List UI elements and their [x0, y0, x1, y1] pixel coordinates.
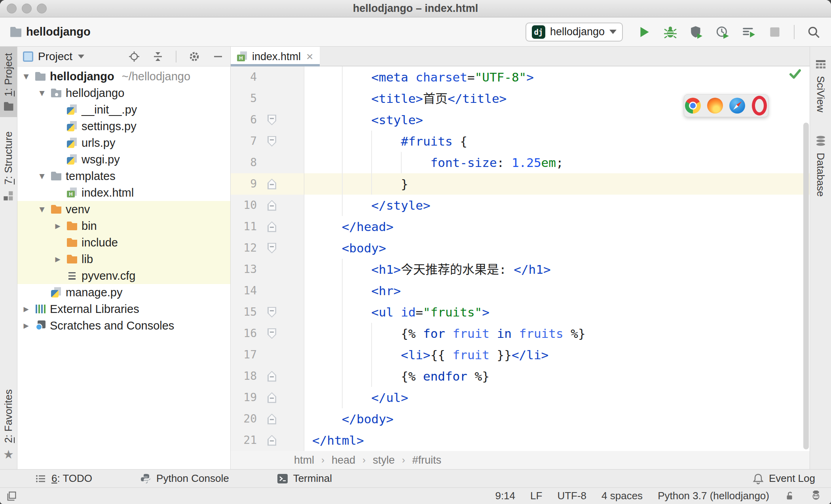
tab-index-html[interactable]: index.html × — [231, 47, 320, 66]
expand-arrow-icon[interactable]: ▼ — [37, 172, 47, 180]
code-line-15[interactable]: 15 <ul id="fruits"> — [231, 301, 810, 323]
code-line-11[interactable]: 11 </head> — [231, 216, 810, 237]
file-encoding[interactable]: UTF-8 — [557, 490, 586, 502]
code-line-content[interactable]: </style> — [304, 195, 810, 216]
breadcrumb-fruits[interactable]: #fruits — [412, 454, 442, 466]
breadcrumb-style[interactable]: style — [373, 454, 395, 466]
tree-item-urls-py[interactable]: ▼urls.py — [17, 135, 230, 151]
safari-icon[interactable] — [729, 98, 745, 114]
tree-item--init-py[interactable]: ▼__init__.py — [17, 101, 230, 118]
code-line-20[interactable]: 20 </body> — [231, 408, 810, 430]
tree-item-lib[interactable]: ▶lib — [17, 251, 230, 267]
toolwindow-tab-favorites[interactable]: 2: Favorites ★ — [0, 383, 17, 467]
code-line-content[interactable]: <hr> — [304, 280, 810, 301]
code-line-16[interactable]: 16 {% for fruit in fruits %} — [231, 323, 810, 344]
tree-item-bin[interactable]: ▶bin — [17, 218, 230, 234]
tree-item-scratches-and-consoles[interactable]: ▶Scratches and Consoles — [17, 317, 230, 334]
code-line-14[interactable]: 14 <hr> — [231, 280, 810, 301]
tree-item-hellodjango[interactable]: ▼hellodjango — [17, 85, 230, 101]
fold-region-start-icon[interactable] — [268, 307, 276, 318]
code-line-content[interactable]: </ul> — [304, 387, 810, 408]
tree-item-settings-py[interactable]: ▼settings.py — [17, 118, 230, 135]
code-line-content[interactable]: <li>{{ fruit }}</li> — [304, 344, 810, 366]
hide-panel-icon[interactable] — [212, 51, 224, 63]
fold-region-end-icon[interactable] — [268, 392, 276, 403]
fold-region-end-icon[interactable] — [268, 200, 276, 211]
run-configuration-select[interactable]: dj hellodjango — [526, 23, 623, 42]
highlighting-level-icon[interactable] — [810, 491, 822, 502]
toolwindow-tab-python-console[interactable]: Python Console — [140, 472, 229, 485]
breadcrumb-head[interactable]: head — [332, 454, 355, 466]
locate-file-icon[interactable] — [128, 51, 140, 63]
project-panel-title[interactable]: Project — [38, 50, 72, 63]
fold-region-end-icon[interactable] — [268, 371, 276, 382]
expand-arrow-icon[interactable]: ▶ — [21, 305, 31, 313]
code-line-content[interactable]: } — [304, 173, 810, 195]
run-with-coverage-button[interactable] — [689, 25, 704, 39]
code-line-content[interactable]: <body> — [304, 237, 810, 259]
code-line-19[interactable]: 19 </ul> — [231, 387, 810, 408]
code-line-content[interactable]: <ul id="fruits"> — [304, 301, 810, 323]
indent-setting[interactable]: 4 spaces — [601, 490, 643, 502]
tree-item-templates[interactable]: ▼templates — [17, 168, 230, 184]
code-line-8[interactable]: 8 font-size: 1.25em; — [231, 152, 810, 173]
expand-arrow-icon[interactable]: ▼ — [37, 205, 47, 213]
editor-scrollbar[interactable] — [803, 123, 809, 449]
toolwindow-tab-todo[interactable]: 6: TODO — [35, 472, 92, 485]
fold-region-start-icon[interactable] — [268, 328, 276, 339]
fold-region-end-icon[interactable] — [268, 435, 276, 446]
toolwindow-tab-project[interactable]: 1: Project — [0, 47, 17, 117]
tree-item-pyvenv-cfg[interactable]: ▼pyvenv.cfg — [17, 267, 230, 284]
search-everywhere-icon[interactable] — [806, 25, 821, 39]
toolwindow-tab-terminal[interactable]: Terminal — [277, 472, 332, 485]
toolwindow-tab-sciview[interactable]: SciView — [810, 52, 831, 119]
stop-button[interactable] — [768, 25, 782, 39]
line-separator[interactable]: LF — [530, 490, 542, 502]
expand-arrow-icon[interactable]: ▶ — [21, 322, 31, 330]
caret-position[interactable]: 9:14 — [495, 490, 515, 502]
tree-item-venv[interactable]: ▼venv — [17, 201, 230, 218]
expand-arrow-icon[interactable]: ▼ — [21, 72, 31, 80]
code-line-content[interactable]: #fruits { — [304, 131, 810, 152]
code-line-21[interactable]: 21</html> — [231, 430, 810, 451]
code-line-18[interactable]: 18 {% endfor %} — [231, 366, 810, 387]
fold-region-end-icon[interactable] — [268, 414, 276, 424]
tree-item-manage-py[interactable]: ▼manage.py — [17, 284, 230, 301]
code-line-content[interactable]: {% for fruit in fruits %} — [304, 323, 810, 344]
fold-region-start-icon[interactable] — [268, 136, 276, 147]
tree-item-index-html[interactable]: ▼index.html — [17, 184, 230, 201]
code-line-7[interactable]: 7 #fruits { — [231, 131, 810, 152]
code-line-13[interactable]: 13 <h1>今天推荐的水果是: </h1> — [231, 259, 810, 280]
chrome-icon[interactable] — [685, 98, 701, 114]
tree-item-hellodjango[interactable]: ▼hellodjango~/hellodjango — [17, 68, 230, 85]
firefox-icon[interactable] — [707, 98, 723, 114]
gear-icon[interactable] — [188, 51, 200, 63]
breadcrumb-html[interactable]: html — [294, 454, 314, 466]
code-line-9[interactable]: 9 } — [231, 173, 810, 195]
breadcrumb[interactable]: hellodjango — [10, 25, 91, 38]
code-line-content[interactable]: font-size: 1.25em; — [304, 152, 810, 173]
run-concurrency-button[interactable] — [742, 25, 756, 39]
code-line-4[interactable]: 4 <meta charset="UTF-8"> — [231, 66, 810, 88]
tree-item-wsgi-py[interactable]: ▼wsgi.py — [17, 151, 230, 168]
profiler-button[interactable] — [715, 25, 730, 39]
inspections-ok-icon[interactable] — [789, 68, 801, 80]
code-line-content[interactable]: </html> — [304, 430, 810, 451]
toolwindow-quick-access-icon[interactable] — [6, 491, 17, 502]
fold-region-start-icon[interactable] — [268, 115, 276, 125]
chevron-down-icon[interactable] — [78, 55, 84, 59]
close-tab-icon[interactable]: × — [306, 51, 313, 63]
tree-item-external-libraries[interactable]: ▶External Libraries — [17, 301, 230, 317]
code-line-content[interactable]: <meta charset="UTF-8"> — [304, 66, 810, 88]
code-line-content[interactable]: <h1>今天推荐的水果是: </h1> — [304, 259, 810, 280]
run-button[interactable] — [637, 25, 651, 39]
fold-region-end-icon[interactable] — [268, 222, 276, 232]
expand-arrow-icon[interactable]: ▶ — [53, 222, 63, 230]
event-log-button[interactable]: Event Log — [752, 472, 815, 485]
expand-arrow-icon[interactable]: ▶ — [53, 255, 63, 263]
fold-region-start-icon[interactable] — [268, 243, 276, 254]
toolwindow-tab-structure[interactable]: 7: Structure — [0, 125, 17, 208]
opera-icon[interactable] — [751, 98, 767, 114]
toolwindow-tab-database[interactable]: Database — [810, 129, 831, 203]
code-line-17[interactable]: 17 <li>{{ fruit }}</li> — [231, 344, 810, 366]
